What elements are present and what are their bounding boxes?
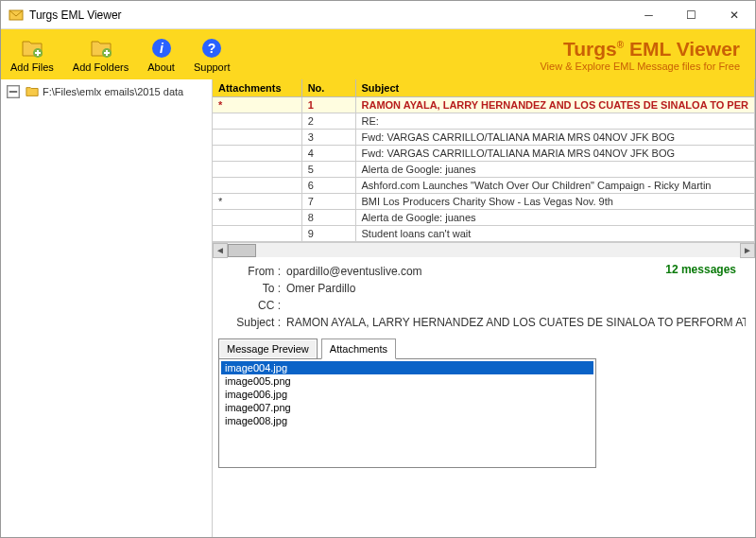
from-label: From : (222, 265, 286, 278)
scroll-thumb[interactable] (228, 244, 256, 257)
attachment-item[interactable]: image005.png (221, 374, 593, 388)
cell-attachment: * (213, 97, 301, 113)
add-files-button[interactable]: Add Files (1, 33, 63, 77)
col-subject[interactable]: Subject (355, 79, 754, 97)
cell-no: 5 (301, 162, 355, 178)
cc-value (286, 299, 746, 312)
about-button[interactable]: i About (138, 33, 184, 77)
tree-item[interactable]: F:\Files\emlx emails\2015 data (1, 83, 212, 100)
cell-subject: Alerta de Google: juanes (355, 210, 754, 226)
folder-icon (26, 85, 39, 98)
add-files-label: Add Files (10, 61, 54, 73)
cell-no: 6 (301, 178, 355, 194)
brand-tagline: View & Explore EML Message files for Fre… (540, 61, 740, 72)
cell-attachment (213, 130, 301, 146)
cell-no: 2 (301, 113, 355, 130)
app-icon (9, 8, 24, 23)
subject-value: RAMON AYALA, LARRY HERNANDEZ AND LOS CUA… (286, 316, 746, 329)
window-title: Turgs EML Viewer (29, 9, 627, 22)
toolbar: Add Files Add Folders i About ? Support … (1, 29, 755, 79)
cell-attachment (213, 146, 301, 162)
col-no[interactable]: No. (301, 79, 355, 97)
add-folders-label: Add Folders (73, 61, 129, 73)
cell-subject: Alerta de Google: juanes (355, 162, 754, 178)
attachment-item[interactable]: image008.jpg (221, 414, 593, 427)
cell-attachment (213, 210, 301, 226)
table-row[interactable]: 9Student loans can't wait (213, 226, 755, 242)
brand: Turgs® EML Viewer View & Explore EML Mes… (540, 38, 755, 72)
content: Attachments No. Subject *1RAMON AYALA, L… (213, 79, 755, 537)
cell-subject: Student loans can't wait (355, 226, 754, 242)
support-icon: ? (200, 37, 223, 60)
cell-attachment (213, 113, 301, 130)
grid-hscroll[interactable]: ◄ ► (213, 242, 755, 257)
cell-attachment (213, 226, 301, 242)
table-row[interactable]: 3Fwd: VARGAS CARRILLO/TALIANA MARIA MRS … (213, 130, 755, 146)
cell-subject: RE: (355, 113, 754, 130)
cell-no: 3 (301, 130, 355, 146)
support-button[interactable]: ? Support (184, 33, 240, 77)
cell-no: 8 (301, 210, 355, 226)
tree-path-label: F:\Files\emlx emails\2015 data (43, 86, 183, 97)
titlebar: Turgs EML Viewer ─ ☐ ✕ (1, 1, 755, 29)
cell-no: 1 (301, 97, 355, 113)
tree-expand-icon (7, 85, 20, 98)
svg-text:?: ? (208, 41, 216, 56)
tab-attachments[interactable]: Attachments (321, 338, 396, 359)
message-headers: 12 messages From :opardillo@eventuslive.… (213, 257, 755, 338)
table-row[interactable]: 4Fwd: VARGAS CARRILLO/TALIANA MARIA MRS … (213, 146, 755, 162)
attachments-panel: image004.jpgimage005.pngimage006.jpgimag… (218, 358, 596, 468)
cell-subject: RAMON AYALA, LARRY HERNANDEZ AND LOS CUA… (355, 97, 754, 113)
table-row[interactable]: *1RAMON AYALA, LARRY HERNANDEZ AND LOS C… (213, 97, 755, 113)
support-label: Support (194, 61, 231, 73)
cell-attachment (213, 162, 301, 178)
attachment-item[interactable]: image007.png (221, 401, 593, 414)
maximize-button[interactable]: ☐ (670, 1, 713, 28)
cell-no: 4 (301, 146, 355, 162)
about-label: About (147, 61, 175, 73)
cell-no: 7 (301, 194, 355, 210)
scroll-right-icon[interactable]: ► (740, 243, 755, 258)
to-label: To : (222, 282, 286, 295)
cell-attachment (213, 178, 301, 194)
scroll-track[interactable] (256, 243, 740, 258)
scroll-left-icon[interactable]: ◄ (213, 243, 228, 258)
cc-label: CC : (222, 299, 286, 312)
add-folders-icon (90, 37, 112, 60)
tabs: Message Preview Attachments (213, 338, 755, 359)
cell-subject: Fwd: VARGAS CARRILLO/TALIANA MARIA MRS 0… (355, 146, 754, 162)
cell-subject: Fwd: VARGAS CARRILLO/TALIANA MARIA MRS 0… (355, 130, 754, 146)
brand-title: Turgs® EML Viewer (540, 38, 740, 61)
cell-attachment: * (213, 194, 301, 210)
table-row[interactable]: 2RE: (213, 113, 755, 130)
message-count: 12 messages (665, 263, 736, 276)
attachment-item[interactable]: image006.jpg (221, 388, 593, 401)
close-button[interactable]: ✕ (713, 1, 755, 28)
table-row[interactable]: 5Alerta de Google: juanes (213, 162, 755, 178)
sidebar: F:\Files\emlx emails\2015 data (1, 79, 213, 537)
cell-subject: BMI Los Producers Charity Show - Las Veg… (355, 194, 754, 210)
add-files-icon (21, 37, 43, 60)
tab-message-preview[interactable]: Message Preview (218, 338, 318, 359)
table-row[interactable]: 6Ashford.com Launches "Watch Over Our Ch… (213, 178, 755, 194)
cell-no: 9 (301, 226, 355, 242)
attachment-item[interactable]: image004.jpg (221, 361, 593, 374)
table-row[interactable]: 8Alerta de Google: juanes (213, 210, 755, 226)
col-attachments[interactable]: Attachments (213, 79, 301, 97)
add-folders-button[interactable]: Add Folders (63, 33, 138, 77)
to-value: Omer Pardillo (286, 282, 746, 295)
email-grid: Attachments No. Subject *1RAMON AYALA, L… (213, 79, 755, 242)
subject-label: Subject : (222, 316, 286, 329)
table-row[interactable]: *7BMI Los Producers Charity Show - Las V… (213, 194, 755, 210)
cell-subject: Ashford.com Launches "Watch Over Our Chi… (355, 178, 754, 194)
about-icon: i (150, 37, 173, 60)
minimize-button[interactable]: ─ (627, 1, 670, 28)
